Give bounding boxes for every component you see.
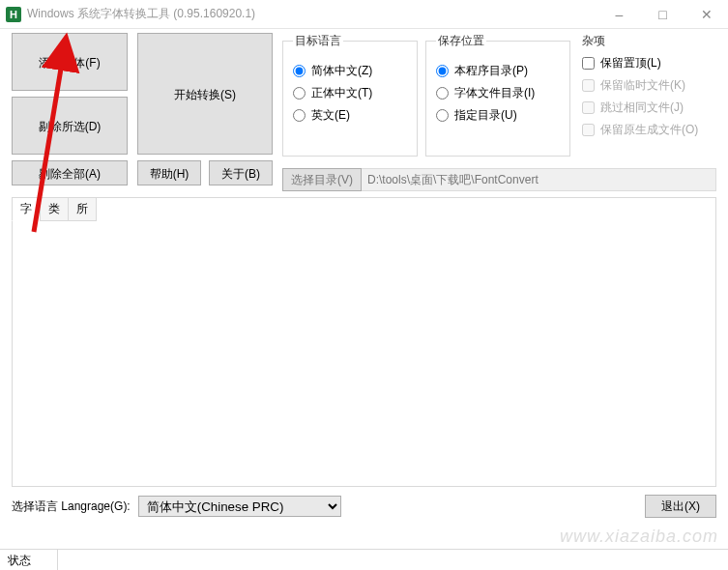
tab-1[interactable]: 字 (12, 197, 41, 221)
about-button[interactable]: 关于(B) (209, 160, 273, 185)
remove-selected-button[interactable]: 剔除所选(D) (12, 97, 128, 155)
radio-english[interactable]: 英文(E) (293, 107, 407, 124)
tab-2[interactable]: 类 (40, 197, 69, 221)
misc-legend: 杂项 (582, 33, 605, 49)
window-controls: – □ ✕ (597, 0, 728, 28)
target-language-group: 目标语言 简体中文(Z) 正体中文(T) 英文(E) (282, 33, 418, 157)
help-button[interactable]: 帮助(H) (137, 160, 201, 185)
app-icon: H (6, 7, 21, 22)
titlebar: H Windows 系统字体转换工具 (0.95.160920.1) – □ ✕ (0, 0, 728, 29)
target-language-legend: 目标语言 (293, 33, 343, 49)
ui-language-select[interactable]: 简体中文(Chinese PRC) (138, 496, 341, 517)
status-label: 状态 (0, 550, 58, 570)
radio-simplified[interactable]: 简体中文(Z) (293, 63, 407, 79)
exit-button[interactable]: 退出(X) (645, 495, 716, 518)
radio-traditional[interactable]: 正体中文(T) (293, 85, 407, 101)
chk-skip-same[interactable]: 跳过相同文件(J) (582, 100, 705, 116)
window-title: Windows 系统字体转换工具 (0.95.160920.1) (27, 6, 597, 22)
radio-custom-dir[interactable]: 指定目录(U) (436, 107, 560, 124)
radio-font-dir[interactable]: 字体文件目录(I) (436, 85, 560, 101)
start-convert-button[interactable]: 开始转换(S) (137, 33, 273, 155)
remove-all-button[interactable]: 剔除全部(A) (12, 160, 128, 185)
status-value (58, 550, 728, 570)
save-location-legend: 保存位置 (436, 33, 486, 49)
chk-keep-original[interactable]: 保留原生成文件(O) (582, 122, 705, 138)
radio-program-dir[interactable]: 本程序目录(P) (436, 63, 560, 79)
maximize-button[interactable]: □ (641, 0, 684, 28)
font-list-area: 字 类 所 (12, 197, 716, 487)
add-font-button[interactable]: 添加字体(F) (12, 33, 128, 91)
tab-3[interactable]: 所 (68, 197, 97, 221)
close-button[interactable]: ✕ (684, 0, 728, 28)
watermark: www.xiazaiba.com (560, 527, 718, 547)
select-dir-button[interactable]: 选择目录(V) (282, 168, 362, 191)
ui-language-label: 选择语言 Langrage(G): (12, 499, 131, 515)
misc-group: 杂项 保留置顶(L) 保留临时文件(K) 跳过相同文件(J) 保留原生成文件(O… (578, 33, 709, 157)
chk-keep-temp[interactable]: 保留临时文件(K) (582, 77, 705, 94)
minimize-button[interactable]: – (597, 0, 641, 28)
save-location-group: 保存位置 本程序目录(P) 字体文件目录(I) 指定目录(U) (425, 33, 570, 157)
statusbar: 状态 (0, 549, 728, 570)
selected-path: D:\tools\桌面\下载吧\FontConvert (362, 168, 716, 191)
chk-keep-placement[interactable]: 保留置顶(L) (582, 55, 705, 71)
